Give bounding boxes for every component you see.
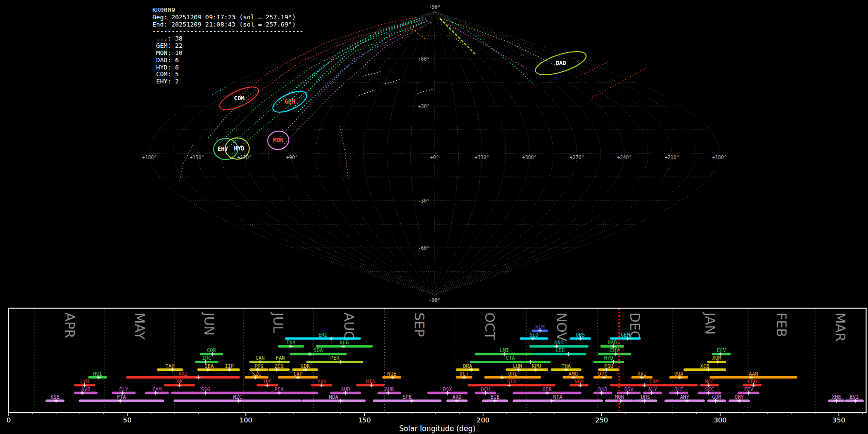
shower-label-ncc: NCC: [705, 379, 714, 384]
month-label-may: MAY: [132, 312, 147, 340]
map-lon-label: +150°: [190, 155, 204, 160]
peak-marker-sda: [308, 352, 312, 356]
shower-label-gum: GUM: [712, 394, 721, 400]
shower-label-nzc: NZC: [233, 394, 242, 400]
map-lon-label: +0°: [430, 155, 439, 160]
meteor-track: [443, 21, 527, 68]
map-lon-label: +270°: [570, 155, 584, 160]
radiant-label-hyd: HYD: [234, 145, 244, 152]
axis-tick-label: 350: [832, 416, 845, 424]
month-label-oct: OCT: [482, 312, 497, 340]
shower-label-ecv: ECV: [717, 347, 726, 353]
shower-label-ely: ELY: [119, 386, 129, 392]
shower-label-pps: PPS: [254, 363, 263, 369]
month-label-apr: APR: [62, 312, 77, 339]
shower-label-jle: JLE: [674, 386, 683, 392]
meteor-track: [212, 87, 228, 95]
sky-map: +90°-90°+60°+30°-30°-60°+180°+150°+120°+…: [0, 0, 868, 308]
shower-bars: KLMERISLDOBSGEMIXAKCGANDDADCORSDALMILEOE…: [47, 324, 863, 403]
peak-marker-leo: [567, 352, 570, 356]
meteor-track: [293, 21, 412, 108]
shower-label-xum: XUM: [712, 355, 721, 361]
peak-marker-com: [642, 383, 646, 387]
axis-tick-label: 0: [7, 416, 11, 424]
shower-label-dad: DAD: [608, 339, 617, 345]
shower-label-nia: NIA: [366, 379, 376, 384]
meteor-track: [418, 89, 434, 94]
map-lon-label: +240°: [617, 155, 632, 160]
shower-label-dsv: DSV: [624, 386, 634, 392]
shower-label-tah: TAH: [165, 363, 175, 369]
meteor-track: [363, 71, 382, 76]
meteor-track: [359, 90, 375, 95]
axis-tick-label: 250: [595, 416, 608, 424]
shower-label-urs: URS: [641, 394, 650, 400]
month-label-jan: JAN: [703, 312, 718, 335]
meteor-track: [579, 62, 609, 76]
axis-tick-label: 300: [714, 416, 727, 424]
radiant-label-gem: GEM: [285, 98, 295, 105]
month-label-jun: JUN: [202, 312, 217, 336]
observation-header: KR0009 Beg: 20251209 09:17:23 (sol = 257…: [152, 7, 303, 85]
shower-label-kse: KSE: [50, 394, 59, 400]
peak-marker-per: [339, 360, 343, 364]
meteor-track: [440, 18, 475, 54]
shower-label-scc: SCC: [705, 386, 714, 392]
shower-label-leo: LEO: [556, 347, 565, 353]
shower-label-and: AND: [555, 339, 564, 345]
meteor-track: [443, 19, 555, 65]
axis-tick-label: 150: [358, 416, 371, 424]
peak-marker-eri: [329, 337, 333, 340]
map-lon-label: +330°: [475, 155, 489, 160]
month-label-nov: NOV: [554, 312, 569, 341]
shower-label-szc: SZC: [252, 371, 261, 377]
peak-marker-ari: [196, 376, 200, 380]
meteor-track: [298, 20, 432, 112]
shower-label-ari: ARI: [178, 371, 188, 377]
shower-label-xcb: XCB: [700, 363, 709, 369]
shower-label-noo: NOO: [574, 379, 583, 384]
meteor-track: [410, 28, 426, 40]
shower-label-gem: GEM: [621, 332, 630, 338]
shower-label-per: PER: [330, 355, 340, 361]
x-axis: 050100150200250300350: [7, 412, 863, 424]
shower-label-nta: NTA: [553, 394, 563, 400]
map-south-pole-label: -90°: [429, 298, 440, 303]
shower-label-sta: STA: [507, 379, 516, 384]
shower-label-dpc: DPC: [598, 371, 608, 377]
month-label-aug: AUG: [341, 312, 356, 341]
shower-label-rpu: RPU: [532, 363, 541, 369]
map-lon-label: +300°: [522, 155, 537, 160]
map-lat-label: +30°: [418, 104, 430, 109]
meteor-track: [385, 79, 401, 84]
meteor-track: [285, 22, 431, 144]
shower-label-sda: SDA: [313, 347, 323, 353]
map-lat-label: -30°: [418, 198, 430, 203]
map-lon-label: +180°: [142, 155, 157, 160]
shower-label-fta: FTA: [117, 394, 126, 400]
shower-label-nue: NUE: [387, 371, 396, 377]
shower-label-aur: AUR: [385, 386, 394, 392]
shower-label-fed: FED: [747, 379, 757, 384]
map-north-pole-label: +90°: [429, 4, 440, 10]
peak-marker-nda: [339, 399, 343, 403]
shower-label-ahy: AHY: [680, 394, 690, 400]
shower-label-lum: LUM: [513, 363, 522, 369]
meteor-track: [340, 126, 348, 179]
axis-tick-label: 50: [123, 416, 132, 424]
radiant-label-com: COM: [234, 95, 244, 102]
map-lon-label: +90°: [286, 155, 298, 160]
shower-label-eri: ERI: [318, 332, 327, 338]
shower-label-iea: IEA: [204, 363, 214, 369]
month-label-feb: FEB: [774, 312, 789, 337]
shower-label-ehy: EHY: [610, 347, 620, 353]
shower-label-cor: COR: [207, 347, 217, 353]
meteor-track: [208, 90, 256, 138]
shower-label-kcg: KCG: [339, 339, 349, 345]
shower-label-cta: CTA: [506, 355, 515, 361]
shower-label-sld: SLD: [529, 332, 539, 338]
shower-label-dkd: DKD: [598, 386, 608, 392]
meteor-track: [179, 145, 193, 182]
month-label-sep: SEP: [412, 312, 427, 337]
radiant-label-ehy: EHY: [217, 146, 228, 152]
